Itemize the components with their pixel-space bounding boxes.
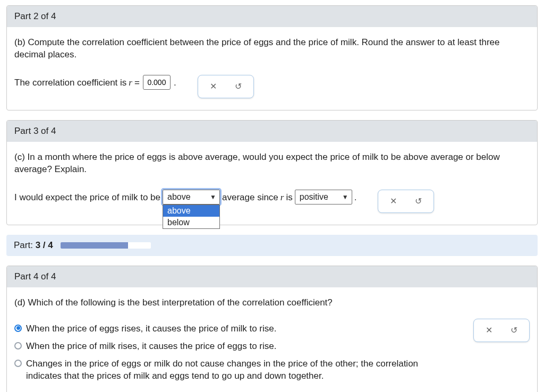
select-sign-value: positive — [300, 192, 328, 202]
option-below[interactable]: below — [163, 217, 219, 228]
radio-c-label: Changes in the price of eggs or milk do … — [26, 358, 439, 382]
clear-icon[interactable]: ✕ — [390, 196, 397, 206]
select-above-below-wrap: above ▼ above below — [163, 190, 220, 204]
period-2: . — [354, 190, 357, 206]
part-2-lead: The correlation coefficient is — [14, 75, 126, 91]
part-3-mid: average since — [222, 190, 278, 206]
select-sign[interactable]: positive ▼ — [295, 190, 352, 204]
equals-sign: = — [134, 75, 140, 91]
part-2-question: (b) Compute the correlation coefficient … — [14, 37, 530, 61]
part-4-card: Part 4 of 4 (d) Which of the following i… — [6, 266, 538, 392]
part-3-question: (c) In a month where the price of eggs i… — [14, 151, 530, 176]
select-above-below-value: above — [167, 192, 191, 202]
part-4-body: (d) Which of the following is the best i… — [7, 287, 537, 392]
part-2-toolbox: ✕ ↺ — [198, 75, 254, 98]
select-above-below-dropdown: above below — [163, 204, 220, 229]
select-above-below[interactable]: above ▼ — [163, 190, 220, 204]
radio-b-label: When the price of milk rises, it causes … — [26, 340, 276, 353]
part-3-answer-row: I would expect the price of milk to be a… — [14, 190, 530, 213]
chevron-down-icon: ▼ — [210, 193, 216, 201]
part-3-lead: I would expect the price of milk to be — [14, 190, 160, 206]
reset-icon[interactable]: ↺ — [511, 325, 517, 335]
radio-a[interactable] — [14, 325, 22, 332]
progress-track — [61, 242, 151, 249]
part-4-question: (d) Which of the following is the best i… — [14, 297, 530, 309]
progress-row: Part: 3 / 4 — [6, 235, 538, 256]
reset-icon[interactable]: ↺ — [415, 196, 422, 206]
part-2-body: (b) Compute the correlation coefficient … — [7, 27, 537, 110]
radio-b[interactable] — [14, 342, 22, 350]
radio-list: When the price of eggs rises, it causes … — [14, 323, 439, 388]
part-3-toolbox: ✕ ↺ — [378, 190, 434, 213]
part-4-toolbox: ✕ ↺ — [473, 319, 530, 342]
progress-label: Part: 3 / 4 — [14, 240, 53, 251]
part-4-header: Part 4 of 4 — [7, 266, 537, 287]
chevron-down-icon: ▼ — [342, 193, 348, 201]
clear-icon[interactable]: ✕ — [486, 325, 492, 335]
part-2-answer-row: The correlation coefficient is r = . ✕ ↺ — [14, 75, 530, 98]
part-4-content: When the price of eggs rises, it causes … — [14, 319, 530, 388]
part-3-body: (c) In a month where the price of eggs i… — [7, 142, 537, 225]
part-2-card: Part 2 of 4 (b) Compute the correlation … — [6, 5, 538, 110]
radio-a-label: When the price of eggs rises, it causes … — [26, 323, 276, 335]
progress-fill — [61, 242, 129, 249]
part-2-header: Part 2 of 4 — [7, 6, 537, 27]
select-sign-wrap: positive ▼ — [295, 190, 352, 204]
radio-c[interactable] — [14, 360, 22, 367]
period: . — [174, 75, 176, 91]
correlation-input[interactable] — [143, 75, 171, 90]
clear-icon[interactable]: ✕ — [210, 81, 217, 91]
r-symbol-2: r — [280, 190, 284, 206]
radio-row-c: Changes in the price of eggs or milk do … — [14, 358, 439, 382]
part-3-card: Part 3 of 4 (c) In a month where the pri… — [6, 120, 538, 225]
option-above[interactable]: above — [163, 205, 219, 217]
radio-row-a: When the price of eggs rises, it causes … — [14, 323, 439, 335]
part-3-header: Part 3 of 4 — [7, 121, 537, 142]
is-text: is — [286, 190, 292, 206]
radio-row-b: When the price of milk rises, it causes … — [14, 340, 439, 353]
reset-icon[interactable]: ↺ — [235, 81, 242, 91]
r-symbol: r — [129, 75, 132, 91]
